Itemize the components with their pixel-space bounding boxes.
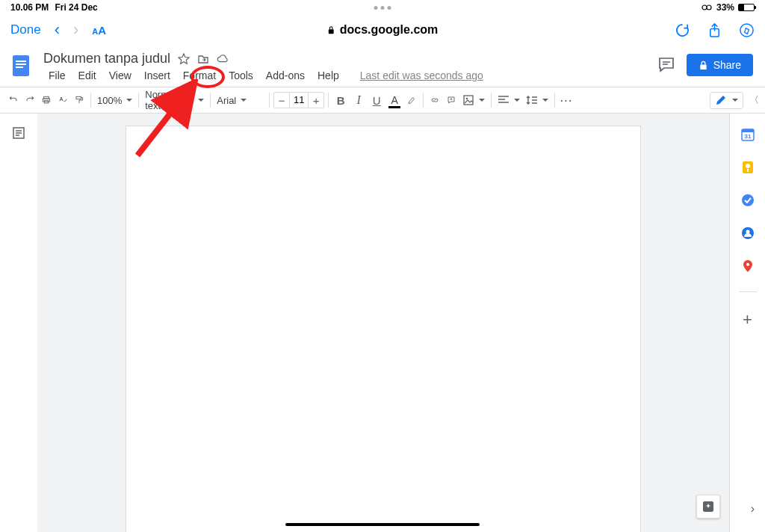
star-icon[interactable] xyxy=(178,53,190,65)
italic-button[interactable]: I xyxy=(350,93,367,107)
outline-toggle-icon[interactable] xyxy=(11,126,26,140)
expand-sidepanel-button[interactable]: › xyxy=(751,502,755,516)
back-button[interactable]: ‹ xyxy=(55,20,60,40)
document-title[interactable]: Dokumen tanpa judul xyxy=(43,51,170,66)
svg-rect-11 xyxy=(76,96,81,99)
calendar-icon[interactable]: 31 xyxy=(740,127,755,142)
bold-button[interactable]: B xyxy=(332,94,349,107)
pencil-icon xyxy=(715,95,726,106)
text-color-button[interactable]: A xyxy=(386,94,403,106)
highlight-button[interactable] xyxy=(404,93,419,108)
svg-rect-6 xyxy=(16,66,23,68)
explore-button[interactable] xyxy=(696,495,720,519)
paint-format-button[interactable] xyxy=(72,93,87,108)
svg-point-2 xyxy=(740,23,753,36)
print-button[interactable] xyxy=(39,93,54,108)
compass-icon[interactable] xyxy=(739,22,755,38)
font-size-increase[interactable]: + xyxy=(309,94,323,107)
underline-button[interactable]: U xyxy=(368,94,385,107)
svg-rect-13 xyxy=(464,96,473,105)
document-page[interactable] xyxy=(126,126,641,532)
privacy-icon xyxy=(701,4,713,11)
move-icon[interactable] xyxy=(197,53,209,65)
share-lock-icon xyxy=(699,61,708,70)
document-canvas[interactable] xyxy=(37,114,729,532)
url-text: docs.google.com xyxy=(340,23,439,37)
menu-view[interactable]: View xyxy=(104,68,137,83)
google-docs-logo[interactable] xyxy=(7,52,34,79)
cloud-status-icon[interactable] xyxy=(217,53,229,65)
svg-rect-21 xyxy=(747,169,749,172)
address-bar[interactable]: docs.google.com xyxy=(327,23,439,37)
battery-percent: 33% xyxy=(716,2,734,13)
svg-point-25 xyxy=(746,263,749,266)
font-size-box: − 11 + xyxy=(273,92,324,108)
svg-rect-9 xyxy=(43,99,49,102)
reader-aa-button[interactable]: AA xyxy=(92,24,106,37)
status-time: 10.06 PM xyxy=(10,2,49,13)
last-edit-link[interactable]: Last edit was seconds ago xyxy=(360,68,483,83)
svg-text:31: 31 xyxy=(744,133,751,140)
redo-button[interactable] xyxy=(22,93,37,108)
align-dropdown[interactable] xyxy=(495,96,522,105)
add-addon-button[interactable]: + xyxy=(743,310,752,330)
editing-mode-dropdown[interactable] xyxy=(710,92,743,109)
svg-point-20 xyxy=(746,164,750,168)
line-spacing-dropdown[interactable] xyxy=(524,95,551,105)
svg-rect-7 xyxy=(700,64,706,69)
side-panel: 31 + xyxy=(729,114,765,532)
menu-format[interactable]: Format xyxy=(178,68,221,83)
home-indicator[interactable] xyxy=(285,523,480,526)
share-icon[interactable] xyxy=(707,22,722,38)
contacts-icon[interactable] xyxy=(740,226,755,241)
svg-rect-0 xyxy=(329,29,334,34)
menu-file[interactable]: File xyxy=(43,68,71,83)
undo-button[interactable] xyxy=(6,93,21,108)
reload-icon[interactable] xyxy=(675,22,690,38)
insert-comment-button[interactable] xyxy=(444,93,459,108)
status-date: Fri 24 Dec xyxy=(55,2,97,13)
font-size-value[interactable]: 11 xyxy=(289,93,309,108)
svg-point-14 xyxy=(466,98,468,100)
insert-link-button[interactable] xyxy=(427,93,442,108)
share-button[interactable]: Share xyxy=(687,54,753,76)
menu-tools[interactable]: Tools xyxy=(223,68,258,83)
more-tools-button[interactable]: ⋯ xyxy=(559,93,574,108)
forward-button: › xyxy=(73,20,78,40)
font-size-decrease[interactable]: − xyxy=(274,94,289,107)
svg-rect-17 xyxy=(742,129,754,132)
menu-addons[interactable]: Add-ons xyxy=(261,68,310,83)
tasks-icon[interactable] xyxy=(740,193,755,208)
svg-point-12 xyxy=(413,97,415,99)
comments-icon[interactable] xyxy=(657,55,676,75)
insert-image-dropdown[interactable] xyxy=(460,94,487,106)
keep-icon[interactable] xyxy=(740,160,755,175)
font-dropdown[interactable]: Arial xyxy=(214,95,265,106)
svg-rect-4 xyxy=(16,61,26,62)
battery-icon xyxy=(738,4,755,11)
style-dropdown[interactable]: Normal text xyxy=(143,89,206,111)
svg-point-24 xyxy=(746,230,749,234)
spellcheck-button[interactable] xyxy=(55,93,70,108)
toolbar: 100% Normal text Arial − 11 + B I U A ⋯ … xyxy=(0,87,765,114)
svg-rect-3 xyxy=(13,55,29,76)
lock-icon xyxy=(327,25,335,34)
done-button[interactable]: Done xyxy=(10,22,41,37)
collapse-toolbar-button[interactable]: 〈 xyxy=(749,93,759,107)
menu-insert[interactable]: Insert xyxy=(139,68,176,83)
menu-help[interactable]: Help xyxy=(312,68,344,83)
menu-bar: File Edit View Insert Format Tools Add-o… xyxy=(43,68,657,83)
multitask-dots[interactable] xyxy=(374,6,391,10)
svg-rect-5 xyxy=(16,64,26,65)
zoom-dropdown[interactable]: 100% xyxy=(95,95,134,106)
svg-point-22 xyxy=(742,194,754,206)
maps-icon[interactable] xyxy=(740,259,755,273)
menu-edit[interactable]: Edit xyxy=(73,68,102,83)
